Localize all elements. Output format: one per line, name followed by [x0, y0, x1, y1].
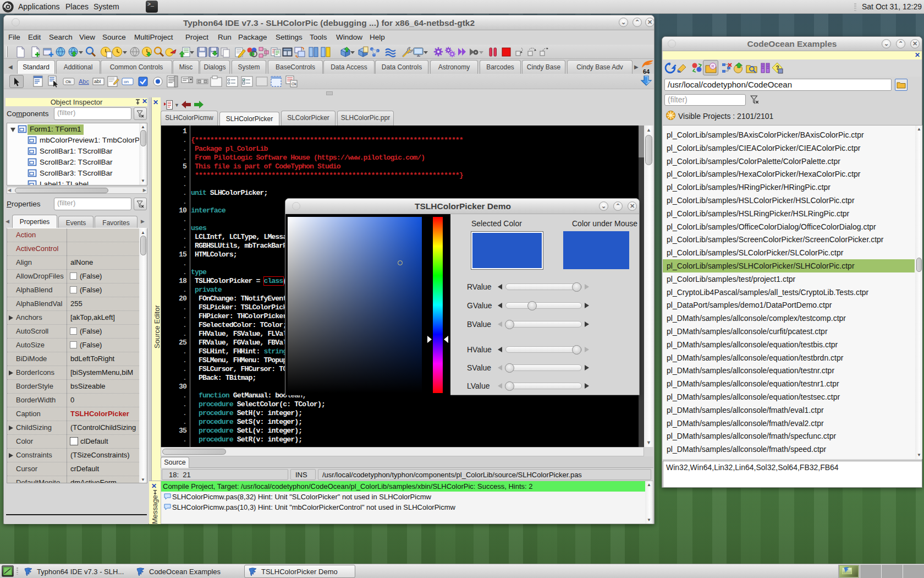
svg-text:Abc: Abc	[79, 78, 89, 85]
svg-text:Ok: Ok	[65, 79, 72, 84]
svg-text:Ok: Ok	[292, 82, 296, 86]
svg-text:on: on	[124, 79, 129, 84]
svg-text:R: R	[712, 64, 714, 68]
svg-text:abI: abI	[94, 79, 101, 84]
